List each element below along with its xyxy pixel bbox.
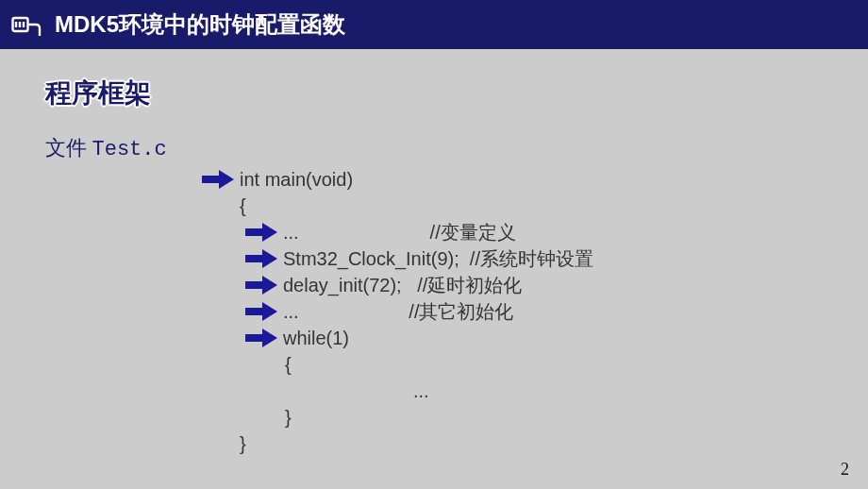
arrow-right-icon — [242, 221, 283, 244]
subtitle: 程序框架 — [45, 76, 151, 111]
code-text: } — [240, 430, 246, 457]
code-text: delay_init(72); //延时初始化 — [283, 272, 522, 298]
file-prefix: 文件 — [45, 136, 92, 160]
arrow-right-icon — [198, 168, 240, 191]
code-line: } — [198, 430, 593, 457]
code-line: while(1) — [198, 325, 593, 351]
arrow-right-icon — [242, 327, 283, 349]
title-bar: MDK5环境中的时钟配置函数 — [0, 0, 868, 49]
code-line: delay_init(72); //延时初始化 — [198, 272, 593, 298]
page-number: 2 — [841, 460, 849, 480]
code-text: { — [285, 351, 292, 378]
code-text: { — [240, 193, 246, 219]
code-text: while(1) — [283, 325, 349, 351]
code-line: int main(void) — [198, 166, 593, 193]
code-block: int main(void) { ... //变量定义 Stm32_Clock_… — [198, 166, 593, 457]
code-line: Stm32_Clock_Init(9); //系统时钟设置 — [198, 245, 593, 272]
code-text: Stm32_Clock_Init(9); //系统时钟设置 — [283, 245, 593, 272]
code-text: } — [285, 404, 292, 430]
code-text: ... //其它初始化 — [283, 298, 513, 325]
code-line: } — [198, 404, 593, 430]
arrow-right-icon — [242, 247, 283, 270]
slide: MDK5环境中的时钟配置函数 程序框架 文件 Test.c int main(v… — [0, 0, 868, 489]
code-line: ... — [198, 378, 593, 404]
code-text: int main(void) — [240, 166, 353, 193]
slide-title: MDK5环境中的时钟配置函数 — [55, 9, 345, 40]
arrow-right-icon — [242, 274, 283, 296]
file-name: Test.c — [92, 138, 167, 161]
code-text: ... //变量定义 — [283, 219, 516, 245]
code-line: ... //其它初始化 — [198, 298, 593, 325]
connector-icon — [11, 11, 45, 38]
code-line: { — [198, 193, 593, 219]
file-label: 文件 Test.c — [45, 134, 167, 162]
code-line: { — [198, 351, 593, 378]
arrow-right-icon — [242, 300, 283, 323]
code-text: ... — [413, 378, 429, 404]
code-line: ... //变量定义 — [198, 219, 593, 245]
